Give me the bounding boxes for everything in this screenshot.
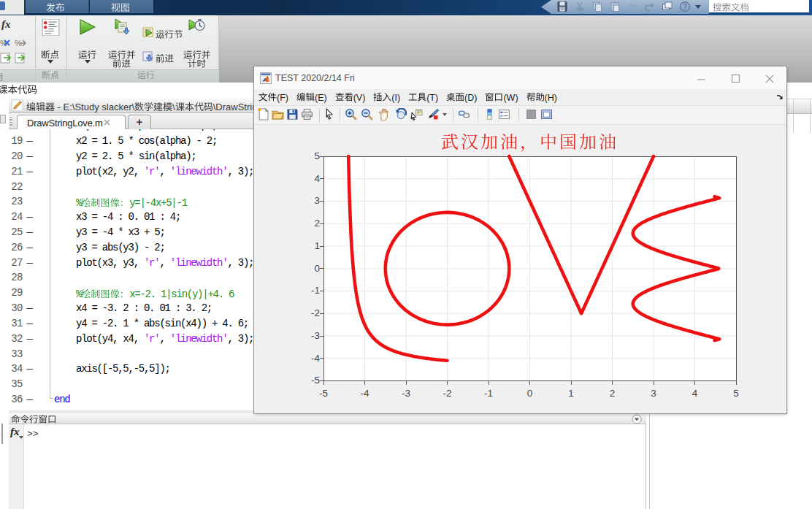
svg-text:?: ? [683, 3, 687, 11]
